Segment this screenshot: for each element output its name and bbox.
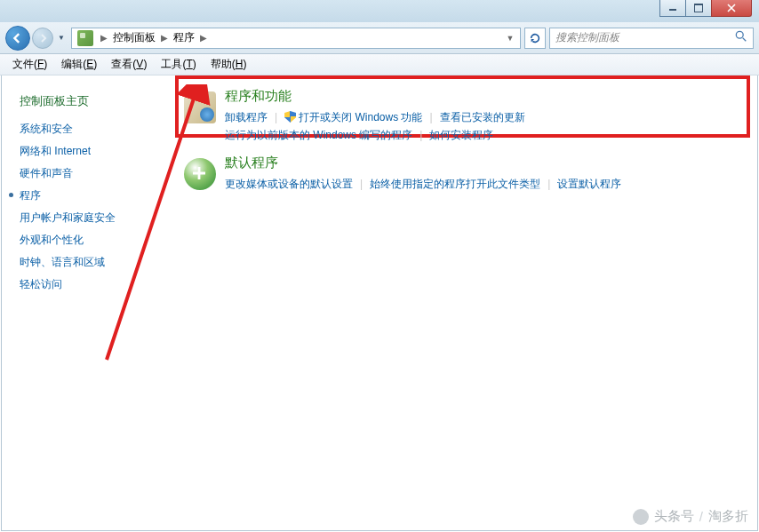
address-dropdown[interactable]: ▼: [502, 34, 518, 43]
watermark: 头条号 / 淘多折: [633, 508, 748, 525]
section-title[interactable]: 默认程序: [225, 155, 748, 171]
sidebar-item-user-accounts[interactable]: 用户帐户和家庭安全: [20, 210, 175, 226]
sidebar-item-system-security[interactable]: 系统和安全: [20, 122, 175, 137]
sidebar-item-ease-access[interactable]: 轻松访问: [20, 277, 175, 292]
refresh-button[interactable]: [524, 28, 546, 49]
navigation-bar: ▼ ▶ 控制面板 ▶ 程序 ▶ ▼ 搜索控制面板: [0, 22, 759, 54]
section-title[interactable]: 程序和功能: [225, 88, 748, 105]
control-panel-icon: [77, 30, 93, 46]
address-bar[interactable]: ▶ 控制面板 ▶ 程序 ▶ ▼: [71, 28, 521, 49]
watermark-logo-icon: [633, 509, 649, 525]
menu-view[interactable]: 查看(V): [104, 57, 154, 72]
link-set-default-programs[interactable]: 设置默认程序: [557, 175, 621, 193]
svg-point-0: [736, 31, 743, 38]
link-view-updates[interactable]: 查看已安装的更新: [440, 108, 525, 126]
breadcrumb-segment[interactable]: 控制面板: [111, 30, 157, 45]
link-uninstall-program[interactable]: 卸载程序: [225, 108, 268, 126]
link-always-open-with[interactable]: 始终使用指定的程序打开此文件类型: [370, 175, 540, 193]
back-button[interactable]: [5, 26, 30, 51]
sidebar-title[interactable]: 控制面板主页: [20, 93, 175, 109]
forward-button[interactable]: [32, 28, 53, 49]
menu-file[interactable]: 文件(F): [5, 57, 54, 72]
maximize-button[interactable]: [685, 0, 712, 17]
chevron-right-icon: ▶: [157, 33, 172, 43]
section-default-programs: 默认程序 更改媒体或设备的默认设置 | 始终使用指定的程序打开此文件类型 | 设…: [180, 155, 748, 193]
sidebar-item-programs[interactable]: 程序: [20, 188, 175, 203]
sidebar-item-network[interactable]: 网络和 Internet: [20, 144, 175, 159]
programs-features-icon: [184, 91, 216, 123]
minimize-button[interactable]: [659, 0, 686, 17]
default-programs-icon: [184, 158, 216, 190]
menu-bar: 文件(F) 编辑(E) 查看(V) 工具(T) 帮助(H): [0, 54, 759, 75]
link-how-install[interactable]: 如何安装程序: [429, 126, 493, 144]
menu-tools[interactable]: 工具(T): [154, 57, 203, 72]
link-windows-features[interactable]: 打开或关闭 Windows 功能: [284, 108, 422, 126]
content-body: 控制面板主页 系统和安全 网络和 Internet 硬件和声音 程序 用户帐户和…: [1, 75, 758, 531]
link-run-legacy[interactable]: 运行为以前版本的 Windows 编写的程序: [225, 126, 412, 144]
search-placeholder: 搜索控制面板: [555, 30, 619, 45]
window-controls: [660, 0, 752, 17]
shield-icon: [284, 111, 296, 123]
sidebar: 控制面板主页 系统和安全 网络和 Internet 硬件和声音 程序 用户帐户和…: [2, 75, 175, 530]
breadcrumb-segment[interactable]: 程序: [172, 30, 196, 45]
chevron-right-icon: ▶: [196, 33, 211, 43]
sidebar-item-appearance[interactable]: 外观和个性化: [20, 233, 175, 248]
nav-history-dropdown[interactable]: ▼: [55, 34, 68, 42]
sidebar-item-clock-lang[interactable]: 时钟、语言和区域: [20, 255, 175, 270]
main-content: 程序和功能 卸载程序 | 打开或关闭 Windows 功能 | 查看已安装的更新…: [175, 75, 757, 530]
search-input[interactable]: 搜索控制面板: [549, 28, 754, 49]
search-icon: [735, 30, 747, 45]
title-bar: [0, 0, 759, 22]
link-change-media-defaults[interactable]: 更改媒体或设备的默认设置: [225, 175, 353, 193]
close-button[interactable]: [711, 0, 752, 17]
sidebar-item-hardware[interactable]: 硬件和声音: [20, 166, 175, 181]
menu-edit[interactable]: 编辑(E): [54, 57, 104, 72]
menu-help[interactable]: 帮助(H): [204, 57, 254, 72]
chevron-right-icon: ▶: [97, 33, 111, 43]
section-programs-features: 程序和功能 卸载程序 | 打开或关闭 Windows 功能 | 查看已安装的更新…: [180, 88, 748, 144]
